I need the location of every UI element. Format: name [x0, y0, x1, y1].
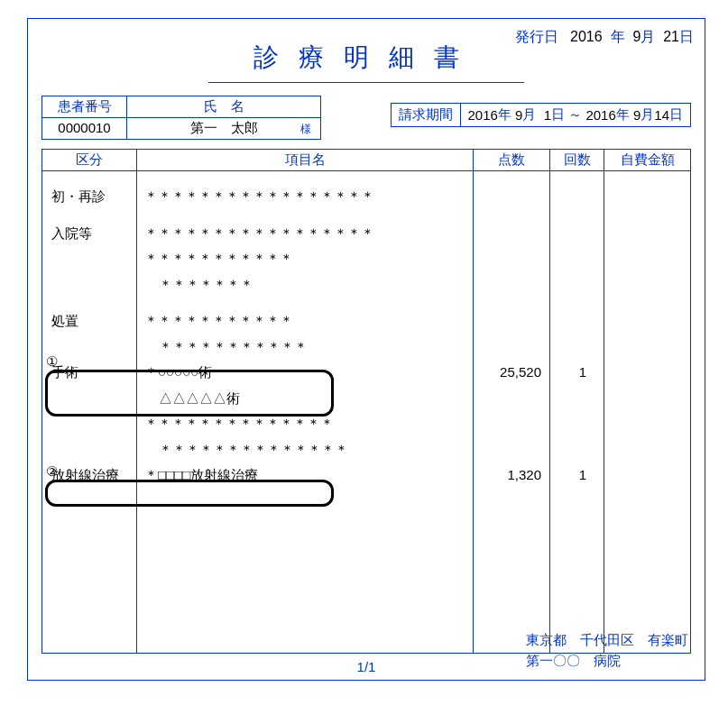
row-shujutsu-sub1: △△△△△術: [42, 386, 690, 412]
issue-label: 発行日: [515, 29, 558, 44]
item-shochi1: ＊＊＊＊＊＊＊＊＊＊＊: [137, 308, 474, 334]
billing-period-value: 2016年 9月 1日 ～ 2016年 9月14日: [461, 103, 692, 127]
head-kaisuu: 回数: [550, 150, 604, 171]
row-housha: 放射線治療 ＊□□□□放射線治療 1,320 1: [42, 462, 690, 489]
item-shujutsu1: ＊○○○○○術: [137, 360, 474, 386]
from-year: 2016: [468, 107, 498, 123]
patient-name-value: 第一 太郎 様: [127, 117, 320, 139]
patient-no-value: 0000010: [42, 117, 126, 137]
issue-year: 2016: [570, 29, 603, 44]
item-shujutsu4: ＊＊＊＊＊＊＊＊＊＊＊＊＊＊: [137, 437, 474, 463]
header-area: 患者番号 0000010 氏 名 第一 太郎 様 請求期間 2016年 9月 1…: [28, 83, 705, 140]
tensuu-shujutsu: 25,520: [474, 360, 550, 386]
year-unit: 年: [611, 29, 625, 44]
from-month: 9: [515, 107, 522, 123]
billing-period: 請求期間 2016年 9月 1日 ～ 2016年 9月14日: [391, 103, 692, 127]
item-shujutsu2: △△△△△術: [137, 386, 474, 412]
document-frame: 発行日 2016 年 9月 21日 診療明細書 患者番号 0000010 氏 名…: [27, 18, 705, 681]
kubun-nyuin: 入院等: [42, 221, 137, 247]
item-shujutsu3: ＊＊＊＊＊＊＊＊＊＊＊＊＊＊: [137, 411, 474, 437]
row-shochi-sub: ＊＊＊＊＊＊＊＊＊＊＊: [42, 334, 690, 361]
row-shujutsu-sub2: ＊＊＊＊＊＊＊＊＊＊＊＊＊＊: [42, 411, 690, 437]
from-day: 1: [544, 107, 551, 123]
item-nyuin3: ＊＊＊＊＊＊＊: [137, 272, 474, 298]
row-nyuin-sub1: ＊＊＊＊＊＊＊＊＊＊＊: [42, 246, 690, 272]
y-unit2: 年: [616, 106, 630, 124]
d-unit2: 日: [669, 106, 683, 124]
issue-date: 発行日 2016 年 9月 21日: [515, 28, 694, 47]
item-nyuin2: ＊＊＊＊＊＊＊＊＊＊＊: [137, 246, 474, 272]
row-nyuin: 入院等 ＊＊＊＊＊＊＊＊＊＊＊＊＊＊＊＊＊: [42, 221, 690, 247]
table-body: 初・再診 ＊＊＊＊＊＊＊＊＊＊＊＊＊＊＊＊＊ 入院等 ＊＊＊＊＊＊＊＊＊＊＊＊＊…: [42, 175, 690, 653]
y-unit: 年: [498, 106, 511, 124]
patient-no-column: 患者番号 0000010: [41, 96, 127, 140]
hospital-address: 東京都 千代田区 有楽町: [526, 630, 688, 651]
patient-name-text: 第一 太郎: [190, 120, 258, 135]
row-shochi: 処置 ＊＊＊＊＊＊＊＊＊＊＊: [42, 308, 690, 334]
range-sep: ～: [568, 106, 582, 124]
row-shujutsu-sub3: ＊＊＊＊＊＊＊＊＊＊＊＊＊＊: [42, 437, 690, 463]
head-koumoku: 項目名: [137, 150, 473, 171]
d-unit: 日: [551, 106, 565, 124]
row-shujutsu: 手術 ＊○○○○○術 25,520 1: [42, 360, 690, 386]
issue-day: 21: [663, 29, 679, 44]
m-unit2: 月: [640, 106, 654, 124]
item-housha: ＊□□□□放射線治療: [137, 462, 474, 489]
to-day: 14: [654, 107, 669, 123]
kaisuu-housha: 1: [550, 462, 604, 489]
item-shochi2: ＊＊＊＊＊＊＊＊＊＊＊: [137, 334, 474, 361]
m-unit: 月: [522, 106, 536, 124]
kubun-shoshin: 初・再診: [42, 184, 137, 210]
footer-address: 東京都 千代田区 有楽町 第一〇〇 病院: [526, 630, 688, 671]
patient-no-header: 患者番号: [42, 96, 126, 117]
row-nyuin-sub2: ＊＊＊＊＊＊＊: [42, 272, 690, 298]
head-jihi: 自費金額: [604, 150, 690, 171]
month-unit: 月: [640, 29, 655, 44]
kubun-shochi: 処置: [42, 308, 137, 334]
head-tensuu: 点数: [474, 150, 549, 171]
to-year: 2016: [585, 107, 615, 123]
document-title: 診療明細書: [208, 41, 524, 83]
patient-name-column: 氏 名 第一 太郎 様: [127, 96, 321, 140]
to-month: 9: [633, 107, 640, 123]
annotation-2: ②: [46, 463, 58, 480]
hospital-name: 第一〇〇 病院: [526, 651, 688, 672]
main-table: 区分 項目名 点数 回数 自費金額 初・再診 ＊＊＊＊＊＊＊＊＊＊＊＊＊＊＊＊＊…: [41, 149, 691, 654]
kaisuu-shujutsu: 1: [550, 360, 604, 386]
billing-period-header: 請求期間: [391, 103, 461, 127]
annotation-1: ①: [46, 353, 58, 370]
honorific: 様: [300, 122, 311, 137]
issue-month: 9: [632, 29, 640, 44]
row-shoshin: 初・再診 ＊＊＊＊＊＊＊＊＊＊＊＊＊＊＊＊＊: [42, 184, 690, 210]
item-nyuin1: ＊＊＊＊＊＊＊＊＊＊＊＊＊＊＊＊＊: [137, 221, 474, 247]
patient-name-header: 氏 名: [127, 96, 320, 117]
tensuu-housha: 1,320: [474, 462, 550, 489]
item-shoshin: ＊＊＊＊＊＊＊＊＊＊＊＊＊＊＊＊＊: [137, 184, 474, 210]
head-kubun: 区分: [42, 150, 136, 171]
day-unit: 日: [679, 29, 694, 44]
